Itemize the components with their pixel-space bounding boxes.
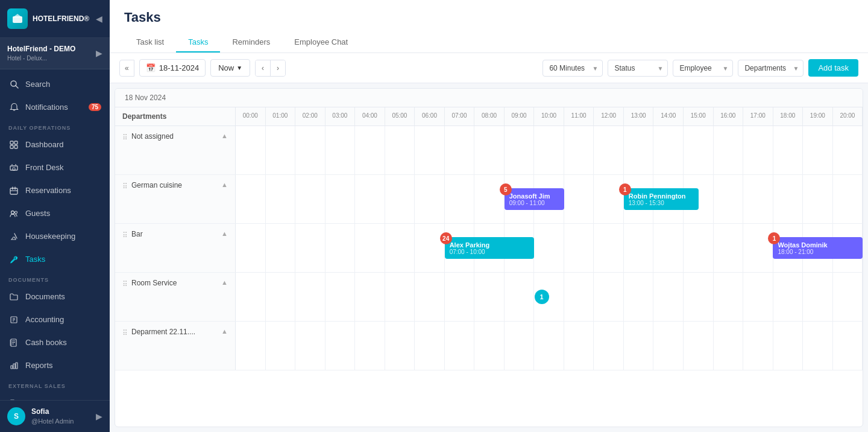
task-event[interactable]: 5Jonasoft Jim09:00 - 11:00 xyxy=(505,188,564,210)
now-chevron-icon: ▼ xyxy=(236,65,242,71)
section-external-sales: EXTERNAL SALES xyxy=(0,377,110,392)
time-cell xyxy=(833,175,863,223)
time-col-label: 08:00 xyxy=(474,107,505,125)
svg-rect-11 xyxy=(10,188,17,194)
time-cell xyxy=(385,126,415,174)
status-select-wrapper: Status ▼ xyxy=(608,60,668,77)
table-row: ⠿ Bar ▲ 24Alex Parking07:00 - 10:001Wojt… xyxy=(115,224,863,273)
dept-toggle-icon[interactable]: ▲ xyxy=(221,230,228,237)
task-badge: 24 xyxy=(440,232,452,244)
drag-handle-icon: ⠿ xyxy=(122,182,128,191)
departments-select[interactable]: Departments xyxy=(738,60,804,77)
cash-books-icon xyxy=(8,337,19,348)
sidebar-item-housekeeping[interactable]: Housekeeping xyxy=(0,225,110,248)
time-cell xyxy=(326,175,356,223)
time-cell xyxy=(505,273,535,321)
sidebar-item-accounting[interactable]: Accounting xyxy=(0,308,110,331)
add-task-button[interactable]: Add task xyxy=(808,59,858,77)
sidebar-item-sold-deals[interactable]: Sold Deals xyxy=(0,392,110,400)
time-cell xyxy=(534,224,564,272)
sidebar: HOTELFRIEND® ◀ HotelFriend - DEMO Hotel … xyxy=(0,0,110,432)
sidebar-item-dashboard[interactable]: Dashboard xyxy=(0,133,110,156)
task-event[interactable]: 1Robin Pennington13:00 - 15:30 xyxy=(624,188,699,210)
dept-toggle-icon[interactable]: ▲ xyxy=(221,181,228,188)
time-cell xyxy=(684,273,714,321)
time-cell xyxy=(385,322,415,370)
svg-rect-3 xyxy=(10,141,13,144)
tab-task-list[interactable]: Task list xyxy=(124,33,176,52)
date-input[interactable]: 📅 18-11-2024 xyxy=(139,59,206,77)
time-col-label: 13:00 xyxy=(624,107,654,125)
time-cell xyxy=(385,224,415,272)
sidebar-item-search[interactable]: Search xyxy=(0,73,110,96)
sidebar-item-reports[interactable]: Reports xyxy=(0,354,110,377)
svg-rect-28 xyxy=(16,363,17,369)
time-cell xyxy=(833,322,863,370)
sidebar-item-tasks-label: Tasks xyxy=(25,255,45,264)
time-cell xyxy=(505,322,535,370)
sidebar-item-guests[interactable]: Guests xyxy=(0,202,110,225)
dept-toggle-icon[interactable]: ▲ xyxy=(221,132,228,139)
user-arrow-icon[interactable]: ▶ xyxy=(96,411,102,421)
date-value: 18-11-2024 xyxy=(159,63,200,72)
interval-select[interactable]: 15 Minutes 30 Minutes 60 Minutes 2 Hours xyxy=(542,60,603,77)
date-nav-first-btn[interactable]: « xyxy=(119,60,134,77)
time-cell xyxy=(474,126,505,174)
time-col-label: 16:00 xyxy=(714,107,744,125)
time-cell xyxy=(266,126,296,174)
reservations-icon xyxy=(8,185,19,196)
time-cell xyxy=(236,322,266,370)
logo-icon xyxy=(7,8,28,29)
sidebar-item-notifications[interactable]: Notifications 75 xyxy=(0,96,110,119)
task-event[interactable]: 24Alex Parking07:00 - 10:00 xyxy=(445,237,535,259)
time-cell xyxy=(714,224,744,272)
task-badge[interactable]: 1 xyxy=(535,290,549,304)
time-cell xyxy=(385,175,415,223)
time-cell xyxy=(833,126,863,174)
sidebar-item-reservations[interactable]: Reservations xyxy=(0,179,110,202)
time-cells: 1 xyxy=(236,273,863,321)
sidebar-item-documents[interactable]: Documents xyxy=(0,285,110,308)
sidebar-item-front-desk[interactable]: Front Desk xyxy=(0,156,110,179)
time-cells xyxy=(236,126,863,174)
status-select[interactable]: Status xyxy=(608,60,668,77)
time-cell xyxy=(564,126,594,174)
sidebar-item-tasks[interactable]: Tasks xyxy=(0,248,110,271)
tab-employee-chat[interactable]: Employee Chat xyxy=(282,33,360,52)
employee-select[interactable]: Employee xyxy=(673,60,733,77)
time-cell xyxy=(564,175,594,223)
sidebar-item-cash-books[interactable]: Cash books xyxy=(0,331,110,354)
svg-rect-4 xyxy=(14,141,17,144)
svg-rect-5 xyxy=(10,145,13,148)
time-cell xyxy=(653,273,684,321)
time-cell xyxy=(534,322,564,370)
time-cell xyxy=(326,273,356,321)
hotel-expand-icon[interactable]: ▶ xyxy=(96,48,102,58)
prev-btn[interactable]: ‹ xyxy=(256,60,271,76)
dept-toggle-icon[interactable]: ▲ xyxy=(221,328,228,335)
user-role: @Hotel Admin xyxy=(31,417,74,426)
time-cell xyxy=(564,273,594,321)
tab-tasks[interactable]: Tasks xyxy=(176,33,220,52)
task-event[interactable]: 1Wojtas Dominik18:00 - 21:00 xyxy=(773,237,863,259)
time-col-label: 17:00 xyxy=(743,107,773,125)
now-button[interactable]: Now ▼ xyxy=(210,59,250,77)
time-cell xyxy=(653,322,684,370)
sidebar-user[interactable]: S Sofia @Hotel Admin ▶ xyxy=(0,400,110,432)
sidebar-hotel[interactable]: HotelFriend - DEMO Hotel - Delux... ▶ xyxy=(0,38,110,69)
sidebar-collapse-icon[interactable]: ◀ xyxy=(96,14,102,24)
time-cell xyxy=(743,175,773,223)
dept-toggle-icon[interactable]: ▲ xyxy=(221,279,228,286)
tab-reminders[interactable]: Reminders xyxy=(220,33,282,52)
time-cell xyxy=(355,175,385,223)
time-cell xyxy=(773,322,804,370)
next-btn[interactable]: › xyxy=(271,60,285,76)
grid-icon xyxy=(8,139,19,150)
sidebar-logo[interactable]: HOTELFRIEND® ◀ xyxy=(0,0,110,38)
time-cell xyxy=(236,175,266,223)
section-daily-ops: DAILY OPERATIONS xyxy=(0,119,110,133)
time-col-label: 11:00 xyxy=(564,107,594,125)
time-cell xyxy=(415,322,445,370)
time-cell xyxy=(653,126,684,174)
time-cell xyxy=(803,175,833,223)
